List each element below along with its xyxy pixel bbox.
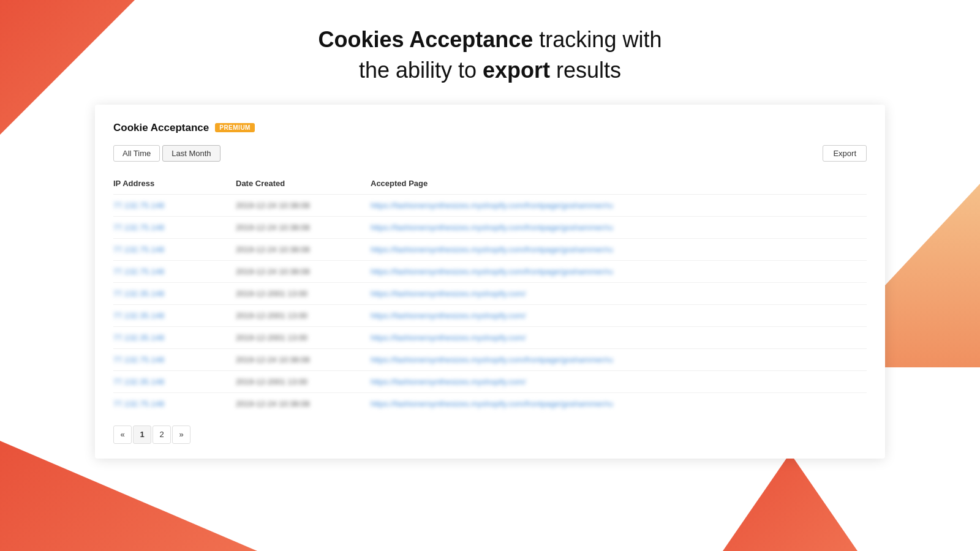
table-row: 77.132.35.148 2019-12-2001 13:00 https:/… (113, 304, 867, 326)
col-header-date: Date Created (236, 174, 371, 195)
cell-date: 2019-12-2001 13:00 (236, 304, 371, 326)
export-button[interactable]: Export (823, 145, 867, 162)
filter-all-time[interactable]: All Time (113, 145, 160, 162)
table-row: 77.132.35.148 2019-12-2001 13:00 https:/… (113, 282, 867, 304)
main-card: Cookie Acceptance PREMIUM All Time Last … (95, 105, 885, 459)
pagination-page-2[interactable]: 2 (153, 425, 171, 444)
pagination-next[interactable]: » (172, 425, 190, 444)
cell-ip: 77.132.75.148 (113, 216, 236, 238)
cell-date: 2019-12-2001 13:00 (236, 282, 371, 304)
cell-ip: 77.132.75.148 (113, 260, 236, 282)
col-header-ip: IP Address (113, 174, 236, 195)
cell-url[interactable]: https://fashionersynthesizes.myshopify.c… (371, 238, 867, 260)
headline-bold-1: Cookies Acceptance (318, 27, 533, 52)
cell-date: 2019-12-2001 13:00 (236, 370, 371, 392)
cell-ip: 77.132.35.148 (113, 370, 236, 392)
headline-bold-2: export (483, 58, 550, 83)
cell-date: 2019-12-24 10:38:08 (236, 238, 371, 260)
cell-url[interactable]: https://fashionersynthesizes.myshopify.c… (371, 216, 867, 238)
pagination: « 1 2 » (113, 425, 867, 444)
cell-ip: 77.132.75.148 (113, 238, 236, 260)
card-title: Cookie Acceptance (113, 122, 209, 134)
pagination-prev[interactable]: « (113, 425, 132, 444)
table-row: 77.132.75.148 2019-12-24 10:38:08 https:… (113, 260, 867, 282)
cell-date: 2019-12-24 10:38:08 (236, 348, 371, 370)
cell-date: 2019-12-24 10:38:08 (236, 194, 371, 216)
cell-url[interactable]: https://fashionersynthesizes.myshopify.c… (371, 260, 867, 282)
table-row: 77.132.75.148 2019-12-24 10:38:08 https:… (113, 392, 867, 414)
cell-ip: 77.132.35.148 (113, 282, 236, 304)
cell-url[interactable]: https://fashionersynthesizes.myshopify.c… (371, 304, 867, 326)
cell-date: 2019-12-2001 13:00 (236, 326, 371, 348)
cell-url[interactable]: https://fashionersynthesizes.myshopify.c… (371, 392, 867, 414)
table-row: 77.132.75.148 2019-12-24 10:38:08 https:… (113, 238, 867, 260)
table-row: 77.132.35.148 2019-12-2001 13:00 https:/… (113, 326, 867, 348)
toolbar: All Time Last Month Export (113, 145, 867, 162)
card-title-area: Cookie Acceptance PREMIUM (113, 122, 255, 134)
cell-url[interactable]: https://fashionersynthesizes.myshopify.c… (371, 370, 867, 392)
filter-last-month[interactable]: Last Month (162, 145, 220, 162)
table-header-row: IP Address Date Created Accepted Page (113, 174, 867, 195)
cell-date: 2019-12-24 10:38:08 (236, 260, 371, 282)
cell-ip: 77.132.35.148 (113, 326, 236, 348)
cell-date: 2019-12-24 10:38:08 (236, 216, 371, 238)
filter-buttons: All Time Last Month (113, 145, 221, 162)
table-row: 77.132.75.148 2019-12-24 10:38:08 https:… (113, 216, 867, 238)
cell-url[interactable]: https://fashionersynthesizes.myshopify.c… (371, 194, 867, 216)
cell-ip: 77.132.75.148 (113, 348, 236, 370)
table-row: 77.132.75.148 2019-12-24 10:38:08 https:… (113, 194, 867, 216)
cell-ip: 77.132.75.148 (113, 392, 236, 414)
cell-url[interactable]: https://fashionersynthesizes.myshopify.c… (371, 348, 867, 370)
cell-date: 2019-12-24 10:38:08 (236, 392, 371, 414)
cell-url[interactable]: https://fashionersynthesizes.myshopify.c… (371, 282, 867, 304)
cell-url[interactable]: https://fashionersynthesizes.myshopify.c… (371, 326, 867, 348)
card-header: Cookie Acceptance PREMIUM (113, 122, 867, 134)
page-headline: Cookies Acceptance tracking with the abi… (318, 24, 662, 86)
cell-ip: 77.132.75.148 (113, 194, 236, 216)
col-header-url: Accepted Page (371, 174, 867, 195)
table-container: IP Address Date Created Accepted Page 77… (113, 174, 867, 414)
premium-badge: PREMIUM (215, 123, 255, 132)
data-table: IP Address Date Created Accepted Page 77… (113, 174, 867, 414)
pagination-page-1[interactable]: 1 (133, 425, 151, 444)
table-row: 77.132.35.148 2019-12-2001 13:00 https:/… (113, 370, 867, 392)
table-row: 77.132.75.148 2019-12-24 10:38:08 https:… (113, 348, 867, 370)
cell-ip: 77.132.35.148 (113, 304, 236, 326)
